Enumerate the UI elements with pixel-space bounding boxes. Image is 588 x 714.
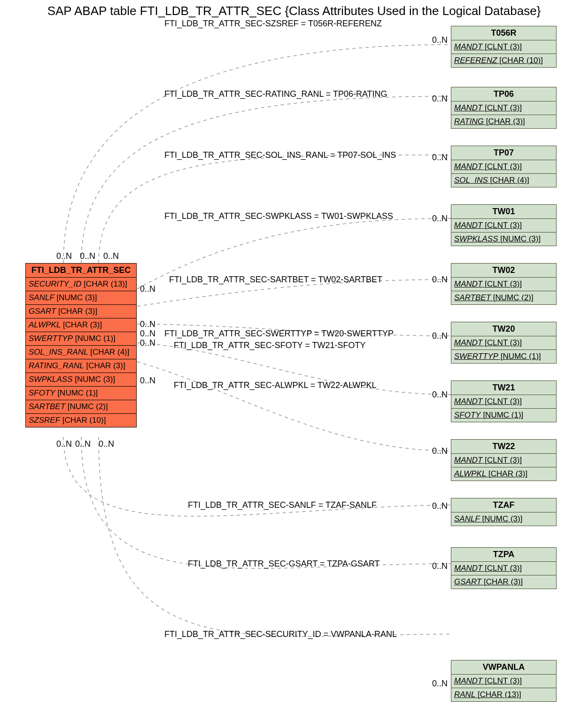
ref-table: TW02MANDT [CLNT (3)]SARTBET [NUMC (2)] xyxy=(451,263,557,305)
field-type: [NUMC (1)] xyxy=(73,334,116,343)
field-name: REFERENZ xyxy=(454,56,497,65)
ref-field-row: SWERTTYP [NUMC (1)] xyxy=(451,350,556,363)
ref-field-row: ALWPKL [CHAR (3)] xyxy=(451,467,556,481)
field-type: [CHAR (3)] xyxy=(61,320,102,329)
main-field-row: SWPKLASS [NUMC (3)] xyxy=(26,373,136,387)
edge-label: FTI_LDB_TR_ATTR_SEC-ALWPKL = TW22-ALWPKL xyxy=(174,380,377,390)
edge-label: FTI_LDB_TR_ATTR_SEC-SOL_INS_RANL = TP07-… xyxy=(164,150,396,160)
field-name: SFOTY xyxy=(29,388,55,397)
field-name: MANDT xyxy=(454,279,482,288)
ref-table: TW22MANDT [CLNT (3)]ALWPKL [CHAR (3)] xyxy=(451,439,557,481)
ref-field-row: MANDT [CLNT (3)] xyxy=(451,454,556,467)
main-field-row: SANLF [NUMC (3)] xyxy=(26,291,136,305)
field-type: [CHAR (3)] xyxy=(84,361,125,370)
ref-table-name: TZAF xyxy=(451,498,556,512)
ref-table-name: TW02 xyxy=(451,264,556,278)
field-type: [CLNT (3)] xyxy=(482,456,522,465)
field-type: [NUMC (1)] xyxy=(481,411,524,419)
ref-field-row: MANDT [CLNT (3)] xyxy=(451,562,556,575)
edge-cardinality: 0..N xyxy=(432,214,448,224)
field-name: GSART xyxy=(29,307,56,316)
field-name: SWPKLASS xyxy=(29,375,73,384)
field-type: [CLNT (3)] xyxy=(482,103,522,112)
ref-table-name: TP06 xyxy=(451,87,556,101)
edge-label: FTI_LDB_TR_ATTR_SEC-SWPKLASS = TW01-SWPK… xyxy=(164,211,393,221)
field-type: [NUMC (3)] xyxy=(480,514,523,523)
edge-cardinality: 0..N xyxy=(432,390,448,400)
field-name: SZSREF xyxy=(29,416,60,425)
ref-field-row: MANDT [CLNT (3)] xyxy=(451,395,556,409)
field-name: SWERTTYP xyxy=(454,352,498,361)
field-name: SARTBET xyxy=(29,402,65,411)
edge-cardinality: 0..N xyxy=(432,561,448,571)
ref-field-row: MANDT [CLNT (3)] xyxy=(451,675,556,688)
edge-label: FTI_LDB_TR_ATTR_SEC-SARTBET = TW02-SARTB… xyxy=(169,275,382,285)
field-type: [CLNT (3)] xyxy=(482,162,522,171)
field-name: MANDT xyxy=(454,397,482,406)
ref-table: TZPAMANDT [CLNT (3)]GSART [CHAR (3)] xyxy=(451,547,557,589)
field-type: [CLNT (3)] xyxy=(482,279,522,288)
field-name: MANDT xyxy=(454,162,482,171)
ref-field-row: MANDT [CLNT (3)] xyxy=(451,219,556,233)
field-type: [CLNT (3)] xyxy=(482,42,522,51)
ref-field-row: SOL_INS [CHAR (4)] xyxy=(451,174,556,187)
edge-label: FTI_LDB_TR_ATTR_SEC-SECURITY_ID = VWPANL… xyxy=(164,629,397,639)
field-type: [NUMC (2)] xyxy=(491,293,534,302)
ref-field-row: MANDT [CLNT (3)] xyxy=(451,40,556,54)
ref-table-name: TP07 xyxy=(451,146,556,160)
ref-table-name: TW22 xyxy=(451,440,556,454)
ref-table-name: VWPANLA xyxy=(451,660,556,675)
field-type: [CHAR (3)] xyxy=(481,577,523,586)
edge-cardinality: 0..N xyxy=(432,446,448,456)
field-name: MANDT xyxy=(454,221,482,230)
field-name: MANDT xyxy=(454,676,482,685)
edge-label: FTI_LDB_TR_ATTR_SEC-SZSREF = T056R-REFER… xyxy=(164,19,382,29)
main-field-row: ALWPKL [CHAR (3)] xyxy=(26,318,136,332)
edge-label: FTI_LDB_TR_ATTR_SEC-SFOTY = TW21-SFOTY xyxy=(174,341,366,350)
edge-cardinality: 0..N xyxy=(432,35,448,45)
src-card-top-1: 0..N xyxy=(80,251,95,261)
ref-field-row: SARTBET [NUMC (2)] xyxy=(451,291,556,304)
edge-cardinality: 0..N xyxy=(432,275,448,285)
ref-field-row: MANDT [CLNT (3)] xyxy=(451,101,556,115)
src-card-top-0: 0..N xyxy=(56,251,72,261)
field-type: [CHAR (4)] xyxy=(88,348,130,357)
field-name: MANDT xyxy=(454,103,482,112)
main-field-row: SWERTTYP [NUMC (1)] xyxy=(26,332,136,346)
field-name: ALWPKL xyxy=(29,320,61,329)
edge-cardinality: 0..N xyxy=(432,331,448,341)
main-field-row: SZSREF [CHAR (10)] xyxy=(26,414,136,427)
field-type: [CLNT (3)] xyxy=(482,676,522,685)
ref-field-row: RATING [CHAR (3)] xyxy=(451,115,556,128)
ref-field-row: SANLF [NUMC (3)] xyxy=(451,512,556,526)
field-type: [CLNT (3)] xyxy=(482,221,522,230)
ref-field-row: MANDT [CLNT (3)] xyxy=(451,278,556,291)
src-card-bot-1: 0..N xyxy=(75,439,91,449)
ref-field-row: MANDT [CLNT (3)] xyxy=(451,336,556,350)
field-name: RATING xyxy=(454,117,484,126)
main-field-row: SARTBET [NUMC (2)] xyxy=(26,400,136,414)
field-name: SFOTY xyxy=(454,411,481,419)
edge-label: FTI_LDB_TR_ATTR_SEC-RATING_RANL = TP06-R… xyxy=(164,89,387,99)
edge-cardinality: 0..N xyxy=(432,94,448,104)
field-type: [NUMC (3)] xyxy=(54,293,97,302)
ref-table-name: TW20 xyxy=(451,322,556,336)
src-card-right-0: 0..N xyxy=(140,284,155,294)
main-field-row: SECURITY_ID [CHAR (13)] xyxy=(26,278,136,291)
src-card-top-2: 0..N xyxy=(103,251,119,261)
field-name: SECURITY_ID xyxy=(29,279,81,288)
field-name: SANLF xyxy=(454,514,480,523)
field-name: SOL_INS xyxy=(454,176,488,185)
field-name: SARTBET xyxy=(454,293,491,302)
ref-table: TP06MANDT [CLNT (3)]RATING [CHAR (3)] xyxy=(451,87,557,129)
ref-table-name: TW21 xyxy=(451,381,556,395)
field-type: [CHAR (13)] xyxy=(81,279,127,288)
main-table: FTI_LDB_TR_ATTR_SEC SECURITY_ID [CHAR (1… xyxy=(25,263,137,427)
field-type: [CLNT (3)] xyxy=(482,397,522,406)
field-name: RATING_RANL xyxy=(29,361,84,370)
field-type: [CLNT (3)] xyxy=(482,338,522,347)
field-name: MANDT xyxy=(454,564,482,573)
field-type: [CHAR (3)] xyxy=(486,469,527,478)
field-name: GSART xyxy=(454,577,481,586)
ref-field-row: REFERENZ [CHAR (10)] xyxy=(451,54,556,67)
